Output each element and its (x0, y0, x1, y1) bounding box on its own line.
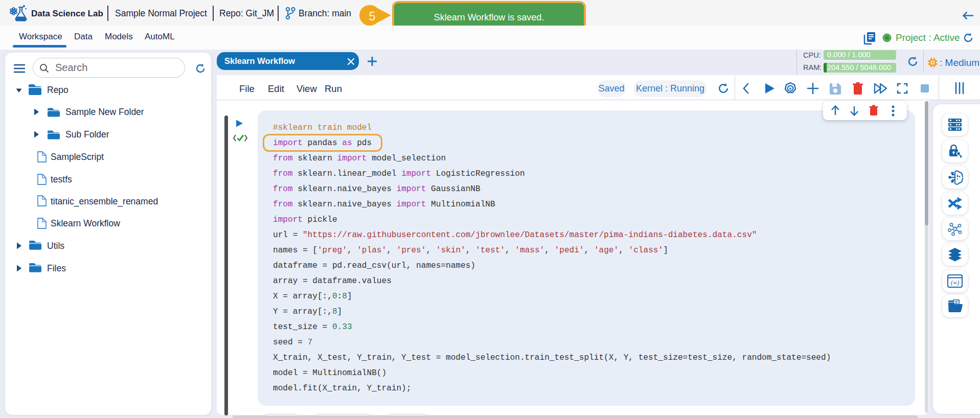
svg-text:5: 5 (369, 10, 376, 23)
svg-text:(∞): (∞) (951, 279, 960, 286)
